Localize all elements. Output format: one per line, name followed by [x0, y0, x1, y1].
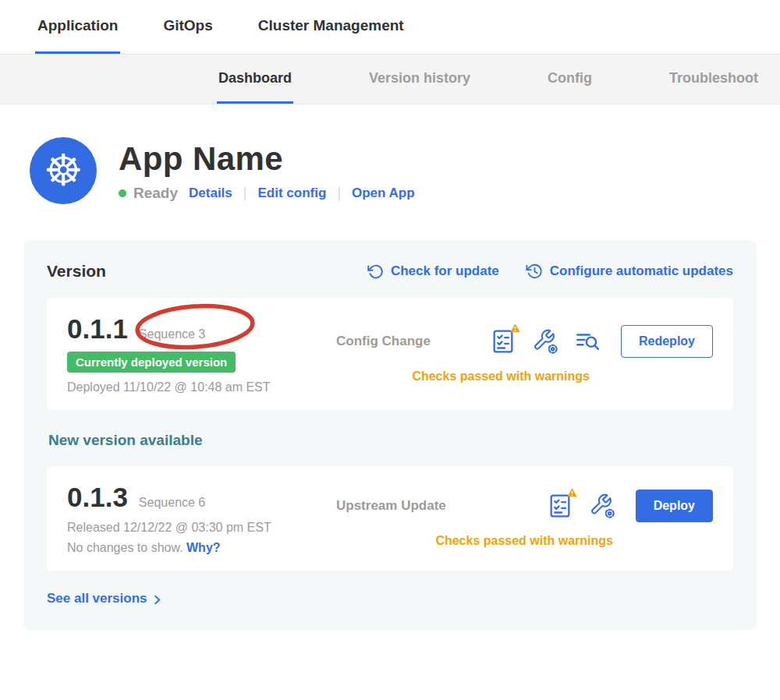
why-link[interactable]: Why?	[186, 541, 221, 554]
check-for-update-link[interactable]: Check for update	[367, 263, 499, 280]
version-heading: Version	[47, 262, 106, 281]
status-text: Ready	[133, 185, 178, 202]
link-divider: |	[337, 185, 341, 201]
sub-nav: Dashboard Version history Config Trouble…	[0, 55, 780, 104]
chevron-right-icon	[151, 592, 163, 606]
current-checks-status: Checks passed with warnings	[412, 369, 590, 384]
configure-auto-updates-label: Configure automatic updates	[550, 263, 733, 279]
top-nav: Application GitOps Cluster Management	[0, 0, 780, 55]
subtab-version-history[interactable]: Version history	[367, 55, 472, 104]
subtab-config[interactable]: Config	[546, 55, 594, 104]
see-all-versions-link[interactable]: See all versions	[47, 591, 163, 606]
preflight-checks-icon[interactable]	[547, 493, 573, 519]
details-link[interactable]: Details	[189, 186, 232, 201]
refresh-icon	[367, 263, 384, 280]
red-circle-annotation	[133, 302, 257, 351]
current-version-sequence: Sequence 3	[139, 327, 205, 341]
deploy-button[interactable]: Deploy	[636, 490, 713, 522]
edit-config-link[interactable]: Edit config	[257, 186, 326, 201]
current-version-number: 0.1.1	[67, 313, 128, 345]
config-wrench-gear-icon[interactable]	[589, 493, 615, 519]
preflight-checks-icon[interactable]	[490, 328, 516, 355]
app-header: ☸ App Name Ready Details | Edit config |…	[30, 137, 780, 204]
link-divider: |	[243, 185, 247, 201]
config-wrench-gear-icon[interactable]	[532, 328, 558, 355]
new-version-sequence: Sequence 6	[139, 496, 205, 510]
kubernetes-logo: ☸	[30, 137, 97, 204]
released-timestamp: Released 12/12/22 @ 03:30 pm EST	[67, 521, 336, 535]
tab-cluster-management[interactable]: Cluster Management	[256, 0, 406, 54]
page: Application GitOps Cluster Management Da…	[0, 0, 780, 630]
no-changes-text: No changes to show.	[67, 541, 183, 554]
view-files-icon[interactable]	[574, 328, 601, 355]
current-source-label: Config Change	[336, 334, 477, 349]
deployed-timestamp: Deployed 11/10/22 @ 10:48 am EST	[67, 380, 336, 394]
new-source-label: Upstream Update	[336, 498, 477, 514]
see-all-versions-label: See all versions	[47, 591, 147, 606]
new-version-number: 0.1.3	[67, 482, 128, 513]
status-badge: Ready	[119, 185, 178, 202]
subtab-troubleshoot[interactable]: Troubleshoot	[668, 55, 760, 104]
subtab-dashboard[interactable]: Dashboard	[217, 55, 293, 104]
tab-gitops[interactable]: GitOps	[161, 0, 214, 54]
redeploy-button[interactable]: Redeploy	[621, 325, 713, 358]
configure-auto-updates-link[interactable]: Configure automatic updates	[526, 263, 733, 280]
new-checks-status: Checks passed with warnings	[435, 534, 613, 548]
deployed-badge: Currently deployed version	[67, 352, 236, 373]
warning-triangle-icon	[509, 323, 521, 337]
check-for-update-label: Check for update	[391, 263, 499, 279]
status-dot	[119, 189, 126, 197]
new-version-heading: New version available	[48, 432, 733, 449]
app-meta: App Name Ready Details | Edit config | O…	[119, 140, 415, 202]
auto-update-clock-icon	[526, 263, 543, 280]
current-version-row: 0.1.1 Sequence 3 Currently deployed vers…	[47, 298, 733, 410]
new-version-row: 0.1.3 Sequence 6 Released 12/12/22 @ 03:…	[47, 466, 733, 571]
version-section: Version Check for update	[23, 240, 757, 630]
app-title: App Name	[119, 140, 415, 178]
warning-triangle-icon	[566, 487, 578, 501]
tab-application[interactable]: Application	[35, 0, 120, 54]
open-app-link[interactable]: Open App	[352, 186, 415, 201]
